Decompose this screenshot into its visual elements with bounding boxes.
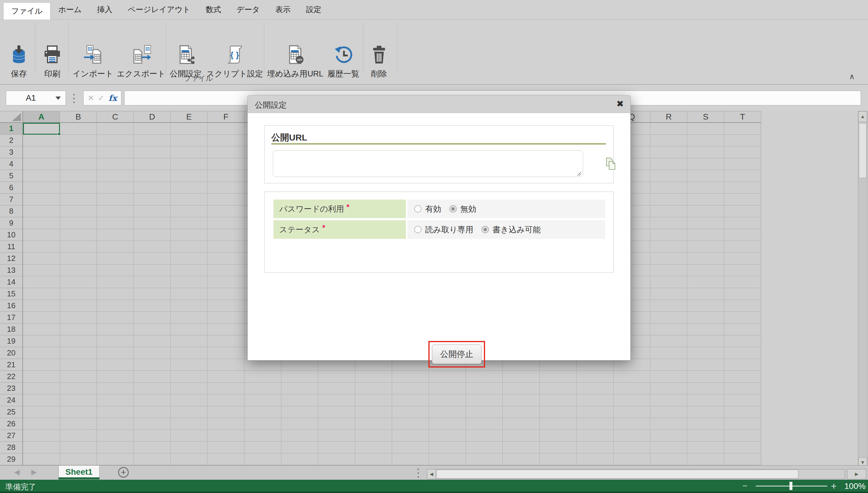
scroll-up-icon[interactable]: ▲ xyxy=(858,111,867,122)
ribbon-button-save[interactable]: 保存 xyxy=(9,45,29,79)
radio-selected[interactable] xyxy=(481,226,489,233)
column-header-a[interactable]: A xyxy=(23,111,60,123)
menu-tab-8[interactable]: 設定 xyxy=(298,0,329,19)
select-all-corner[interactable] xyxy=(0,111,23,123)
stop-publish-button[interactable]: 公開停止 xyxy=(432,344,481,364)
ribbon-button-delete[interactable]: 削除 xyxy=(369,45,389,79)
row-header-24[interactable]: 24 xyxy=(0,394,23,406)
delete-icon xyxy=(369,45,389,64)
radio-selected[interactable] xyxy=(449,205,457,213)
row-header-2[interactable]: 2 xyxy=(0,135,23,146)
menu-tab-2[interactable]: ホーム xyxy=(50,0,89,19)
close-icon[interactable]: ✖ xyxy=(616,99,624,109)
settings-label: パスワードの利用* xyxy=(274,199,406,218)
textarea-resize-icon[interactable] xyxy=(576,172,581,176)
row-header-1[interactable]: 1 xyxy=(0,123,23,135)
row-header-4[interactable]: 4 xyxy=(0,158,23,170)
row-header-29[interactable]: 29 xyxy=(0,453,23,465)
ribbon-separator xyxy=(264,22,264,74)
function-icon[interactable]: fx xyxy=(109,93,117,103)
selected-cell-a1[interactable] xyxy=(23,123,60,135)
ribbon-button-publish-settings[interactable]: 公開設定 xyxy=(170,45,202,79)
next-sheet-icon[interactable]: ▶ xyxy=(31,468,37,476)
column-header-f[interactable]: F xyxy=(208,111,244,123)
column-header-c[interactable]: C xyxy=(97,111,134,123)
ribbon-button-import[interactable]: インポート xyxy=(73,45,113,79)
row-header-27[interactable]: 27 xyxy=(0,430,23,442)
menu-tab-3[interactable]: 挿入 xyxy=(89,0,120,19)
row-header-28[interactable]: 28 xyxy=(0,442,23,453)
ribbon-button-script-settings[interactable]: { }スクリプト設定 xyxy=(207,45,263,79)
radio-option-label: 無効 xyxy=(460,204,476,214)
row-header-14[interactable]: 14 xyxy=(0,276,23,288)
horizontal-scrollbar[interactable]: ◀ xyxy=(427,469,845,479)
row-header-12[interactable]: 12 xyxy=(0,253,23,264)
vertical-scrollbar[interactable]: ▲ ▼ xyxy=(858,111,867,468)
name-box[interactable]: A1 xyxy=(6,91,66,105)
radio-unselected[interactable] xyxy=(414,205,421,213)
row-header-26[interactable]: 26 xyxy=(0,418,23,430)
row-header-23[interactable]: 23 xyxy=(0,383,23,394)
column-header-e[interactable]: E xyxy=(171,111,208,123)
cell-reference: A1 xyxy=(6,93,56,103)
print-icon xyxy=(43,45,62,64)
public-url-textarea[interactable] xyxy=(273,150,583,177)
menu-tab-6[interactable]: データ xyxy=(229,0,267,19)
zoom-out-icon[interactable]: − xyxy=(742,481,747,491)
embed-url-icon: </> xyxy=(285,45,305,64)
add-sheet-icon[interactable]: + xyxy=(118,467,129,478)
fill-handle[interactable] xyxy=(58,132,61,135)
ribbon-button-export[interactable]: エクスポート xyxy=(116,45,165,79)
row-header-21[interactable]: 21 xyxy=(0,359,23,371)
column-header-s[interactable]: S xyxy=(687,111,724,123)
ribbon-collapse-icon[interactable]: ∧ xyxy=(849,72,855,81)
menu-tab-7[interactable]: 表示 xyxy=(267,0,298,19)
row-header-20[interactable]: 20 xyxy=(0,347,23,359)
column-header-r[interactable]: R xyxy=(650,111,687,123)
menu-tab-5[interactable]: 数式 xyxy=(198,0,229,19)
row-header-19[interactable]: 19 xyxy=(0,335,23,347)
ribbon-button-embed-url[interactable]: </>埋め込み用URL xyxy=(267,45,323,79)
cancel-icon[interactable]: ✕ xyxy=(88,93,94,103)
row-header-13[interactable]: 13 xyxy=(0,264,23,276)
horizontal-scrollbar-thumb[interactable] xyxy=(436,470,798,478)
column-header-d[interactable]: D xyxy=(134,111,171,123)
row-header-5[interactable]: 5 xyxy=(0,170,23,182)
row-header-15[interactable]: 15 xyxy=(0,288,23,300)
menu-tab-1[interactable]: ファイル xyxy=(3,2,50,20)
row-header-9[interactable]: 9 xyxy=(0,217,23,229)
row-header-25[interactable]: 25 xyxy=(0,406,23,418)
row-header-17[interactable]: 17 xyxy=(0,312,23,324)
copy-icon[interactable] xyxy=(606,158,616,170)
formula-bar-grip-icon[interactable] xyxy=(73,94,75,103)
row-header-18[interactable]: 18 xyxy=(0,324,23,335)
scroll-left-icon[interactable]: ◀ xyxy=(428,470,436,478)
zoom-in-icon[interactable]: + xyxy=(831,480,837,492)
row-header-3[interactable]: 3 xyxy=(0,146,23,158)
row-header-6[interactable]: 6 xyxy=(0,182,23,194)
sheetbar-grip-icon[interactable] xyxy=(417,469,419,478)
radio-option-label: 書き込み可能 xyxy=(493,224,541,235)
publish-settings-section: 公開停止 パスワードの利用*有効無効ステータス*読み取り専用書き込み可能 xyxy=(264,192,614,273)
row-header-10[interactable]: 10 xyxy=(0,229,23,241)
row-header-16[interactable]: 16 xyxy=(0,300,23,312)
scroll-right-icon[interactable]: ▶ xyxy=(847,469,866,479)
column-header-t[interactable]: T xyxy=(724,111,761,123)
menu-tab-4[interactable]: ページレイアウト xyxy=(120,0,198,19)
ribbon-button-print[interactable]: 印刷 xyxy=(43,45,62,79)
sheet-tab-sheet1[interactable]: Sheet1 xyxy=(59,466,100,478)
confirm-icon[interactable]: ✓ xyxy=(98,93,105,103)
ribbon-button-history[interactable]: 履歴一覧 xyxy=(327,45,359,79)
zoom-slider-thumb[interactable] xyxy=(789,482,793,490)
row-header-22[interactable]: 22 xyxy=(0,371,23,383)
prev-sheet-icon[interactable]: ◀ xyxy=(14,468,20,476)
row-header-11[interactable]: 11 xyxy=(0,241,23,253)
vertical-scrollbar-thumb[interactable] xyxy=(859,123,867,178)
column-header-b[interactable]: B xyxy=(60,111,97,123)
row-header-7[interactable]: 7 xyxy=(0,194,23,206)
row-header-8[interactable]: 8 xyxy=(0,206,23,217)
name-box-dropdown-icon[interactable] xyxy=(56,97,61,100)
radio-unselected[interactable] xyxy=(414,226,421,233)
settings-row-1: パスワードの利用*有効無効 xyxy=(274,199,605,218)
zoom-level[interactable]: 100% xyxy=(844,481,866,491)
